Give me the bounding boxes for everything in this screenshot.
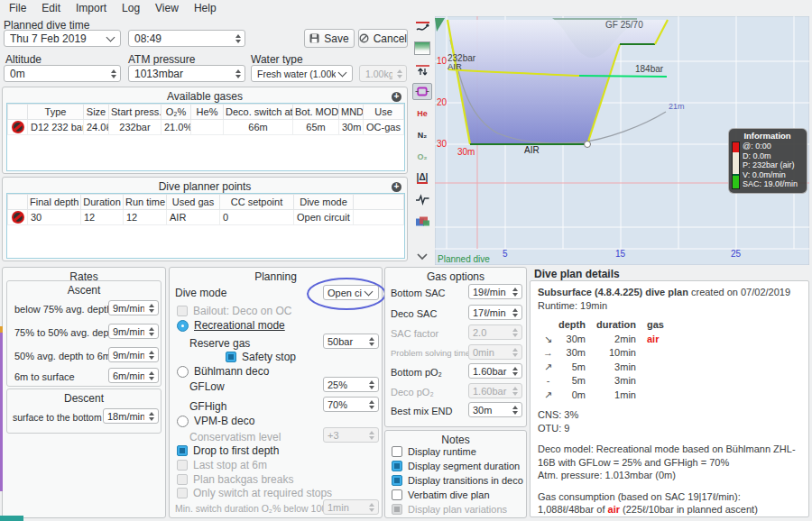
vpmb-radio-row[interactable]: VPM-B deco [177, 415, 254, 427]
display-runtime-row[interactable]: Display runtime [392, 446, 476, 457]
calculated-ceiling-icon[interactable] [412, 61, 432, 78]
problem-time-label: Problem solving time [391, 348, 470, 358]
reserve-gas-spinner[interactable]: 50bar [323, 334, 379, 349]
value: 0min [473, 347, 508, 358]
collapse-chevron-icon[interactable] [412, 248, 432, 265]
point-used-gas[interactable]: AIR [167, 210, 220, 225]
spin-buttons[interactable] [508, 367, 521, 376]
save-button[interactable]: Save [304, 29, 355, 48]
planner-point-row[interactable]: 30 12 12 AIR 0 Open circuit [8, 210, 404, 225]
spin-buttons[interactable] [144, 371, 158, 380]
add-point-icon[interactable] [392, 182, 401, 192]
spin-buttons[interactable] [508, 406, 521, 415]
descent-rate-spinner[interactable]: 18m/min [103, 408, 159, 424]
mod-delta-icon[interactable]: |Δ| [412, 169, 432, 187]
spin-buttons[interactable] [364, 380, 378, 389]
buhlmann-radio-row[interactable]: Bühlmann deco [177, 365, 269, 378]
checkbox-checked-icon[interactable] [177, 445, 188, 456]
checkbox-icon[interactable] [392, 489, 402, 500]
safety-stop-checkbox-row[interactable]: Safety stop [226, 351, 296, 363]
spin-buttons[interactable] [106, 69, 120, 78]
dive-date-combo[interactable]: Thu 7 Feb 2019 [4, 30, 121, 47]
drop-first-depth-checkbox-row[interactable]: Drop to first depth [177, 444, 279, 457]
point-run-time[interactable]: 12 [124, 210, 167, 225]
verbatim-plan-row[interactable]: Verbatim dive plan [392, 489, 490, 500]
menu-log[interactable]: Log [122, 2, 140, 14]
dive-mode-swimmer-icon[interactable] [412, 18, 432, 35]
ascent-rate-4-spinner[interactable]: 6m/min [108, 368, 159, 383]
o2-graph-icon[interactable]: O₂ [412, 148, 432, 165]
gas-bot-mod[interactable]: 65m [293, 120, 339, 135]
setpoint-handles-icon[interactable] [412, 83, 432, 100]
point-duration[interactable]: 12 [81, 210, 124, 225]
plan-runtime: Runtime: 19min [538, 299, 801, 313]
display-segment-duration-row[interactable]: Display segment duration [392, 461, 520, 471]
spin-buttons[interactable] [364, 337, 378, 346]
gas-mnd[interactable]: 30m [339, 120, 364, 135]
ascent-rate-1-spinner[interactable]: 9m/min [108, 300, 159, 315]
spin-buttons[interactable] [231, 69, 245, 78]
gas-row[interactable]: D12 232 bar 24.0ℓ 232bar 21.0% 66m 65m 3… [8, 120, 404, 135]
spin-buttons[interactable] [144, 327, 158, 336]
gas-o2[interactable]: 21.0% [161, 120, 191, 135]
delete-gas-icon[interactable] [12, 121, 24, 133]
display-transitions-row[interactable]: Display transitions in deco [392, 475, 523, 486]
point-final-depth[interactable]: 30 [28, 210, 81, 225]
atm-pressure-spinner[interactable]: 1013mbar [128, 65, 245, 82]
conservatism-label: Conservatism level [189, 431, 281, 443]
gas-start-press[interactable]: 232bar [109, 120, 161, 135]
gas-he[interactable] [191, 120, 224, 135]
dive-profile-chart[interactable]: GF 25/70 10 20 30 232bar AIR 184bar 21m … [435, 16, 809, 265]
menu-edit[interactable]: Edit [42, 2, 60, 14]
checkbox-checked-icon[interactable] [392, 475, 402, 486]
menu-file[interactable]: File [9, 2, 26, 14]
ascent-rate-3-spinner[interactable]: 9m/min [108, 347, 159, 362]
delete-point-icon[interactable] [12, 211, 24, 224]
gfhigh-spinner[interactable]: 70% [323, 397, 379, 412]
gas-use[interactable]: OC-gas [364, 120, 404, 135]
cancel-button[interactable]: Cancel [358, 29, 408, 48]
menu-help[interactable]: Help [194, 2, 217, 14]
add-gas-icon[interactable] [392, 92, 401, 102]
radio-selected-icon[interactable] [177, 320, 189, 332]
gas-size[interactable]: 24.0ℓ [84, 120, 109, 135]
bottom-sac-spinner[interactable]: 19ℓ/min [468, 284, 522, 299]
checkbox-checked-icon[interactable] [226, 352, 236, 362]
deco-sac-spinner[interactable]: 17ℓ/min [468, 305, 522, 320]
ceiling-gradient-icon[interactable] [412, 40, 432, 57]
spin-buttons[interactable] [364, 400, 378, 409]
time-tick-25: 25 [731, 249, 742, 259]
point-cc-setpoint[interactable]: 0 [220, 210, 294, 225]
spin-buttons[interactable] [144, 304, 158, 313]
gflow-spinner[interactable]: 25% [323, 377, 379, 392]
dive-plan-details-box[interactable]: Subsurface (4.8.4.225) dive plan created… [530, 280, 809, 517]
ascent-rate-2-spinner[interactable]: 9m/min [108, 324, 159, 339]
altitude-spinner[interactable]: 0m [4, 65, 121, 82]
point-dive-mode[interactable]: Open circuit [294, 210, 354, 225]
photos-icon[interactable] [412, 213, 432, 230]
n2-graph-icon[interactable]: N₂ [412, 126, 432, 143]
radio-icon[interactable] [177, 366, 189, 378]
spin-buttons[interactable] [508, 308, 521, 317]
dive-mode-combo[interactable]: Open circuit [323, 285, 379, 300]
bottom-po2-spinner[interactable]: 1.60bar [468, 363, 522, 379]
best-mix-end-spinner[interactable]: 30m [468, 402, 522, 417]
radio-icon[interactable] [177, 416, 189, 427]
menu-view[interactable]: View [155, 2, 179, 14]
chevron-down-icon [364, 287, 374, 296]
dive-time-spinner[interactable]: 08:49 [128, 30, 245, 47]
checkbox-checked-icon[interactable] [392, 461, 402, 471]
water-type-combo[interactable]: Fresh water (1.00kg/ℓ) [251, 65, 353, 82]
he-graph-icon[interactable]: He [412, 105, 432, 122]
gas-type[interactable]: D12 232 bar [28, 120, 84, 135]
planner-point-handle[interactable] [585, 142, 591, 148]
spin-buttons[interactable] [231, 34, 245, 43]
spin-buttons[interactable] [144, 412, 158, 421]
gas-deco-switch[interactable]: 66m [224, 120, 293, 135]
spin-buttons[interactable] [508, 288, 521, 297]
spin-buttons[interactable] [144, 351, 158, 360]
heartrate-icon[interactable] [412, 191, 432, 208]
recreational-mode-radio-row[interactable]: Recreational mode [177, 319, 285, 332]
menu-import[interactable]: Import [76, 2, 106, 14]
checkbox-icon[interactable] [392, 446, 402, 457]
